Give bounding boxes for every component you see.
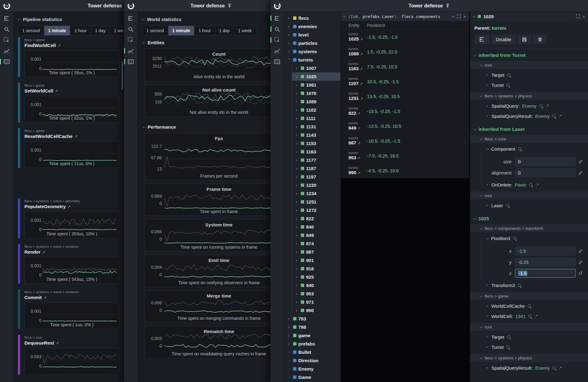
component-group-header[interactable]: flecs > core xyxy=(470,135,588,143)
tree-item-flecs[interactable]: ›flecs xyxy=(284,14,340,22)
tree-item-Game[interactable]: Game xyxy=(284,373,340,381)
magnifier-icon[interactable] xyxy=(506,204,510,208)
sidebar-select-icon[interactable] xyxy=(124,36,138,44)
edit-pencil-icon[interactable] xyxy=(578,260,583,264)
tree-item-1153[interactable]: ›1153 xyxy=(292,139,340,148)
tree-item-940[interactable]: ›940 xyxy=(292,281,340,290)
chevron-collapsed-icon[interactable]: › xyxy=(296,242,299,245)
chevron-down-icon[interactable] xyxy=(486,236,489,239)
tree-item-1143[interactable]: ›1143 xyxy=(292,131,340,139)
sidebar-search-icon[interactable] xyxy=(124,25,138,33)
chevron-collapsed-icon[interactable]: › xyxy=(288,17,291,20)
entity-cell[interactable]: turrets1197↗ xyxy=(348,77,367,87)
tree-item-Direction[interactable]: Direction xyxy=(284,356,340,365)
component-group-header[interactable]: root xyxy=(470,323,588,331)
edit-pencil-icon[interactable] xyxy=(578,249,583,253)
tree-item-1163[interactable]: ›1163 xyxy=(292,148,340,156)
entity-id-link[interactable]: 887↗ xyxy=(348,140,367,146)
chevron-collapsed-icon[interactable]: › xyxy=(288,42,291,45)
sidebar-select-icon[interactable] xyxy=(0,36,14,44)
entity-cell[interactable]: turrets887↗ xyxy=(348,136,367,146)
expand-panel-icon[interactable] xyxy=(576,14,580,19)
chevron-collapsed-icon[interactable]: › xyxy=(288,25,291,28)
tree-item-prefabs[interactable]: ›prefabs xyxy=(284,340,340,348)
field-input-size[interactable]: 0 xyxy=(515,157,576,166)
panel-header[interactable]: Pipeline statistics xyxy=(14,12,123,26)
query-result-row[interactable]: turrets887↗-10.5, -0.25, -1.5 xyxy=(341,134,469,148)
tree-item-1197[interactable]: ›1197 xyxy=(292,173,340,181)
component-group-header[interactable]: root xyxy=(470,191,588,200)
vertical-scrollbar[interactable] xyxy=(122,61,123,90)
magnifier-icon[interactable] xyxy=(529,183,533,187)
tree-item-game[interactable]: ›game xyxy=(284,331,340,340)
tree-item-925[interactable]: ›925 xyxy=(292,273,340,281)
entity-cell[interactable]: turrets1251↗ xyxy=(348,92,367,101)
chevron-collapsed-icon[interactable]: › xyxy=(296,276,299,279)
tree-item-901[interactable]: ›901 xyxy=(292,256,340,264)
tree-item-916[interactable]: ›916 xyxy=(292,264,340,273)
delete-entity-button[interactable] xyxy=(533,35,547,44)
sidebar-search-icon[interactable] xyxy=(270,25,284,33)
chevron-collapsed-icon[interactable]: › xyxy=(296,142,299,145)
magnifier-icon[interactable] xyxy=(517,283,522,288)
tree-item-798[interactable]: ›798 xyxy=(284,323,340,331)
chevron-collapsed-icon[interactable]: › xyxy=(296,100,299,103)
tab-1-day[interactable]: 1 day xyxy=(215,26,234,35)
component-group-header[interactable]: flecs > systems > physics xyxy=(470,92,588,100)
chevron-collapsed-icon[interactable]: › xyxy=(288,334,291,337)
magnifier-icon[interactable] xyxy=(507,335,511,339)
tree-item-1220[interactable]: ›1220 xyxy=(292,181,340,189)
chevron-collapsed-icon[interactable]: › xyxy=(296,184,299,187)
entity-id-link[interactable]: 1251↗ xyxy=(348,96,367,101)
sidebar-chart-icon[interactable] xyxy=(270,47,284,54)
entity-cell[interactable]: turrets990↗ xyxy=(348,166,367,176)
sidebar-table-icon[interactable] xyxy=(0,58,14,65)
query-result-row[interactable]: turrets990↗-4.5, -0.25, 10.5 xyxy=(341,163,469,178)
pair-target-link[interactable]: Enemy xyxy=(535,114,550,119)
tree-item-Bullet[interactable]: Bullet xyxy=(284,348,340,356)
sidebar-tree-icon[interactable] xyxy=(0,15,14,22)
sidebar-search-icon[interactable] xyxy=(0,25,14,33)
magnifier-icon[interactable] xyxy=(506,345,510,350)
tree-item-enemies[interactable]: ›enemies xyxy=(284,22,340,31)
tree-item-874[interactable]: ›874 xyxy=(292,239,340,248)
pair-target-link[interactable]: Enemy xyxy=(535,365,550,371)
chevron-collapsed-icon[interactable]: › xyxy=(296,125,299,128)
tree-item-1234[interactable]: ›1234 xyxy=(292,189,340,198)
chevron-collapsed-icon[interactable]: › xyxy=(296,159,299,162)
entity-id-link[interactable]: 849↗ xyxy=(348,125,367,131)
chevron-down-icon[interactable] xyxy=(473,15,476,18)
system-name-link[interactable]: Render↗ xyxy=(24,249,119,255)
magnifier-icon[interactable] xyxy=(513,236,517,241)
magnifier-icon[interactable] xyxy=(527,304,532,308)
tree-item-particles[interactable]: ›particles xyxy=(284,39,340,47)
magnifier-icon[interactable] xyxy=(552,114,556,118)
entity-id-link[interactable]: 953↗ xyxy=(348,155,367,161)
inspector-section-inherited-from-Laser[interactable]: inherited from Laser xyxy=(470,123,588,135)
tree-item-840[interactable]: ›840 xyxy=(292,223,340,231)
magnifier-icon[interactable] xyxy=(507,73,511,77)
tree-item-level[interactable]: ›level xyxy=(284,31,340,39)
query-result-row[interactable]: turrets953↗-7.5, -0.25, 16.5 xyxy=(341,148,469,163)
chevron-collapsed-icon[interactable]: › xyxy=(296,134,299,137)
close-panel-icon[interactable]: × xyxy=(463,14,466,19)
browse-children-button[interactable] xyxy=(474,35,490,44)
chevron-collapsed-icon[interactable]: › xyxy=(296,75,299,78)
component-group-header[interactable]: root xyxy=(470,61,588,69)
component-group-header[interactable]: flecs > components > transform xyxy=(470,224,588,232)
chevron-collapsed-icon[interactable]: › xyxy=(288,50,291,53)
entity-cell[interactable]: turrets822↗ xyxy=(348,106,367,116)
pair-target-link[interactable]: Enemy xyxy=(522,103,537,109)
chevron-down-icon[interactable] xyxy=(486,147,489,150)
undo-icon[interactable]: ↺ xyxy=(578,270,582,276)
tree-item-990[interactable]: ›990 xyxy=(292,306,340,315)
tab-1-day[interactable]: 1 day xyxy=(91,26,110,35)
entity-cell[interactable]: turrets849↗ xyxy=(348,121,367,131)
chevron-collapsed-icon[interactable]: › xyxy=(296,259,299,262)
chevron-collapsed-icon[interactable]: › xyxy=(296,92,299,95)
magnifier-icon[interactable] xyxy=(506,83,510,88)
magnifier-icon[interactable] xyxy=(528,314,532,319)
chevron-collapsed-icon[interactable]: › xyxy=(296,109,299,112)
inspector-section-inherited-from-Turret[interactable]: inherited from Turret xyxy=(470,49,588,61)
tab-1-week[interactable]: 1 week xyxy=(234,26,256,35)
